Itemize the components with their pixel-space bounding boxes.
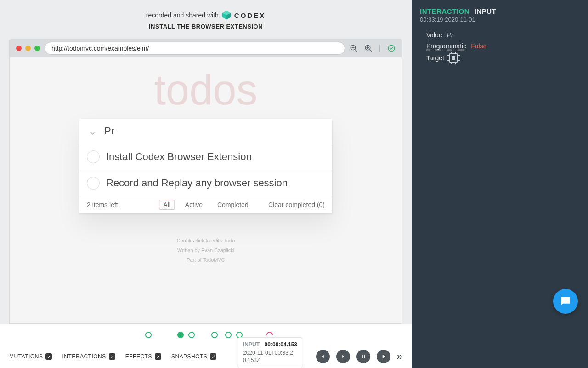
tooltip-duration: 00:00:04.153 <box>265 341 297 348</box>
codex-cube-icon <box>221 10 232 20</box>
recorded-with-text: recorded and shared with <box>146 12 219 19</box>
close-icon[interactable] <box>16 46 22 51</box>
checkbox-checked-icon <box>109 353 115 360</box>
toggle-effects[interactable]: EFFECTS <box>125 353 161 360</box>
zoom-out-icon[interactable] <box>350 44 358 52</box>
new-todo-input[interactable] <box>104 125 325 137</box>
clear-completed-button[interactable]: Clear completed (0) <box>268 201 325 208</box>
pause-button[interactable] <box>356 350 370 363</box>
timeline: INPUT 00:00:04.153 2020-11-01T00:33:20.1… <box>0 324 412 368</box>
url-bar[interactable]: http://todomvc.com/examples/elm/ <box>45 42 345 55</box>
fast-forward-icon[interactable]: » <box>397 351 402 362</box>
filter-all[interactable]: All <box>159 200 175 210</box>
prev-button[interactable] <box>316 350 330 363</box>
todo-label: Record and Replay any browser session <box>106 177 288 189</box>
checkbox-checked-icon <box>45 353 52 360</box>
install-extension-link[interactable]: INSTALL THE BROWSER EXTENSION <box>149 23 263 30</box>
credits: Double-click to edit a todo Written by E… <box>10 236 402 265</box>
record-header: recorded and shared with CODEX INSTALL T… <box>0 0 412 36</box>
toggle-snapshots[interactable]: SNAPSHOTS <box>171 353 217 360</box>
svg-rect-12 <box>364 355 365 358</box>
todo-item[interactable]: Record and Replay any browser session <box>79 170 332 196</box>
items-left: 2 items left <box>87 201 118 208</box>
recording-viewport: recorded and shared with CODEX INSTALL T… <box>0 0 412 324</box>
event-marker[interactable] <box>225 332 232 338</box>
page-content: todos ⌃ .chev{transform:rotate(180deg);}… <box>10 58 402 323</box>
toggle-all-icon[interactable]: ⌃ <box>87 126 98 137</box>
todo-card: ⌃ .chev{transform:rotate(180deg);} Insta… <box>79 119 332 213</box>
verified-icon[interactable] <box>387 44 396 52</box>
timeline-right-fill <box>412 324 588 368</box>
todo-label: Install Codex Browser Extension <box>106 151 252 163</box>
todo-checkbox[interactable] <box>87 150 100 163</box>
panel-timestamp: 00:33:19 2020-11-01 <box>420 16 580 23</box>
next-button[interactable] <box>336 350 350 363</box>
chat-fab[interactable] <box>553 289 578 314</box>
toggle-mutations[interactable]: MUTATIONS <box>9 353 52 360</box>
filter-completed[interactable]: Completed <box>213 200 253 210</box>
maximize-icon[interactable] <box>34 46 40 51</box>
panel-value-row: Value Pr <box>426 31 580 39</box>
event-marker[interactable] <box>145 332 152 338</box>
checkbox-checked-icon <box>210 353 216 360</box>
zoom-in-icon[interactable] <box>364 44 373 52</box>
play-button[interactable] <box>377 350 390 363</box>
target-chip-icon[interactable] <box>449 53 458 63</box>
app-title: todos <box>10 66 402 114</box>
panel-programmatic-value: False <box>471 42 486 50</box>
toolbar-divider: | <box>379 44 381 52</box>
toggle-interactions[interactable]: INTERACTIONS <box>62 353 115 360</box>
browser-frame: http://todomvc.com/examples/elm/ | todos… <box>9 39 402 324</box>
svg-point-10 <box>388 45 395 52</box>
panel-value: Pr <box>447 31 453 39</box>
event-marker[interactable] <box>211 332 218 338</box>
event-marker[interactable] <box>188 332 195 338</box>
new-todo-row: ⌃ .chev{transform:rotate(180deg);} <box>79 119 332 144</box>
chat-icon <box>559 295 572 308</box>
interaction-panel: INTERACTION INPUT 00:33:19 2020-11-01 Va… <box>412 0 588 324</box>
todo-footer: 2 items left All Active Completed Clear … <box>79 196 332 213</box>
todo-item[interactable]: Install Codex Browser Extension <box>79 144 332 170</box>
window-controls <box>16 46 40 51</box>
todo-checkbox[interactable] <box>87 177 100 190</box>
events-track[interactable] <box>0 330 412 341</box>
browser-top-bar: http://todomvc.com/examples/elm/ | <box>10 39 402 58</box>
panel-programmatic-row: Programmatic False <box>426 42 580 50</box>
panel-target-row[interactable]: Target <box>426 53 580 63</box>
svg-line-4 <box>355 49 357 52</box>
codex-logo[interactable]: CODEX <box>221 10 266 20</box>
svg-line-7 <box>369 49 372 52</box>
filter-active[interactable]: Active <box>181 200 207 210</box>
tooltip-event: INPUT <box>243 341 260 348</box>
minimize-icon[interactable] <box>25 46 31 51</box>
url-text: http://todomvc.com/examples/elm/ <box>51 45 149 52</box>
checkbox-checked-icon <box>155 353 161 360</box>
svg-rect-11 <box>362 355 363 358</box>
event-marker[interactable] <box>177 332 184 338</box>
panel-title: INTERACTION INPUT <box>420 7 580 15</box>
